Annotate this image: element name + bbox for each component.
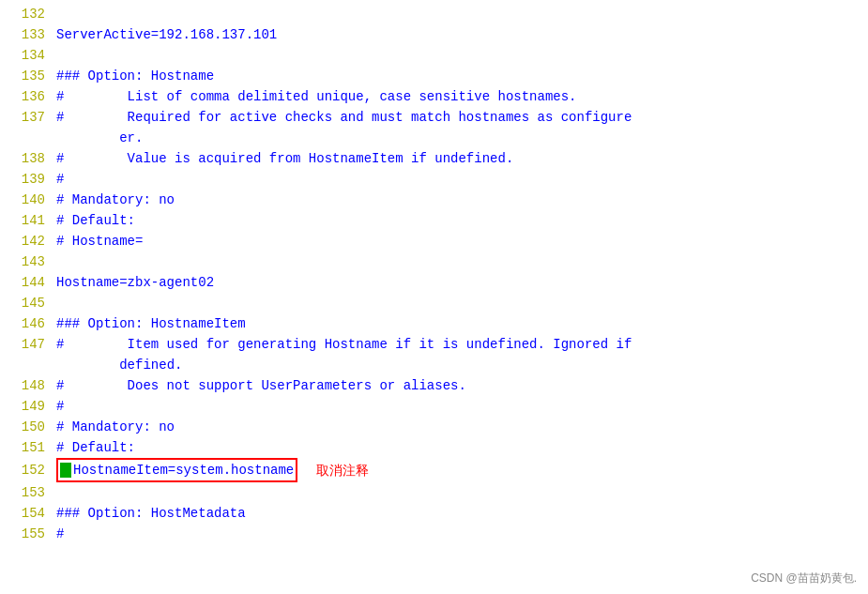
code-line-135: 135 ### Option: Hostname (0, 66, 868, 86)
line-content-137: # Required for active checks and must ma… (56, 107, 860, 148)
code-line-140: 140 # Mandatory: no (0, 190, 868, 210)
line-content-154: ### Option: HostMetadata (56, 503, 860, 524)
code-line-152: 152 HostnameItem=system.hostname 取消注释 (0, 458, 868, 482)
line-num-146: 146 (8, 313, 45, 334)
line-content-147: # Item used for generating Hostname if i… (56, 334, 860, 375)
code-line-144: 144 Hostname=zbx-agent02 (0, 272, 868, 293)
line-num-142: 142 (8, 231, 45, 251)
line-num-152: 152 (8, 460, 45, 480)
line-content-152: HostnameItem=system.hostname (73, 460, 294, 480)
line-content-146: ### Option: HostnameItem (56, 313, 860, 334)
code-line-154: 154 ### Option: HostMetadata (0, 503, 868, 524)
line-num-149: 149 (8, 396, 45, 417)
line-content-138: # Value is acquired from HostnameItem if… (56, 148, 860, 169)
line-content-148: # Does not support UserParameters or ali… (56, 375, 860, 396)
line-num-151: 151 (8, 437, 45, 458)
line-num-154: 154 (8, 503, 45, 524)
line-content-151: # Default: (56, 437, 860, 458)
code-line-132: 132 (0, 4, 868, 24)
line-num-147: 147 (8, 334, 45, 355)
code-line-136: 136 # List of comma delimited unique, ca… (0, 86, 868, 107)
code-line-133: 133 ServerActive=192.168.137.101 (0, 24, 868, 45)
line-num-132: 132 (8, 4, 45, 24)
code-line-141: 141 # Default: (0, 210, 868, 231)
code-line-137: 137 # Required for active checks and mus… (0, 107, 868, 148)
code-line-147: 147 # Item used for generating Hostname … (0, 334, 868, 375)
line-content-155: # (56, 524, 860, 544)
line-num-135: 135 (8, 66, 45, 86)
code-line-148: 148 # Does not support UserParameters or… (0, 375, 868, 396)
line-content-149: # (56, 396, 860, 417)
code-line-153: 153 (0, 482, 868, 503)
line-num-155: 155 (8, 524, 45, 544)
line-num-141: 141 (8, 210, 45, 231)
line-num-140: 140 (8, 190, 45, 210)
code-line-155: 155 # (0, 524, 868, 544)
code-line-142: 142 # Hostname= (0, 231, 868, 251)
line-num-138: 138 (8, 148, 45, 169)
line-content-142: # Hostname= (56, 231, 860, 251)
line-content-136: # List of comma delimited unique, case s… (56, 86, 860, 107)
cancel-comment-label: 取消注释 (316, 460, 369, 480)
code-container: 132 133 ServerActive=192.168.137.101 134… (0, 0, 868, 594)
line-num-139: 139 (8, 169, 45, 190)
line-content-140: # Mandatory: no (56, 190, 860, 210)
line-content-133: ServerActive=192.168.137.101 (56, 24, 860, 45)
line-num-133: 133 (8, 24, 45, 45)
code-line-138: 138 # Value is acquired from HostnameIte… (0, 148, 868, 169)
line-num-148: 148 (8, 375, 45, 396)
line-num-137: 137 (8, 107, 45, 128)
watermark: CSDN @苗苗奶黄包. (751, 571, 857, 586)
line-num-134: 134 (8, 45, 45, 66)
green-cursor (60, 463, 71, 478)
line-content-135: ### Option: Hostname (56, 66, 860, 86)
code-line-149: 149 # (0, 396, 868, 417)
line-num-145: 145 (8, 293, 45, 313)
line-num-150: 150 (8, 417, 45, 437)
line-num-153: 153 (8, 482, 45, 503)
code-line-150: 150 # Mandatory: no (0, 417, 868, 437)
code-line-134: 134 (0, 45, 868, 66)
line-num-144: 144 (8, 272, 45, 293)
code-line-146: 146 ### Option: HostnameItem (0, 313, 868, 334)
code-line-151: 151 # Default: (0, 437, 868, 458)
line-content-139: # (56, 169, 860, 190)
line-content-150: # Mandatory: no (56, 417, 860, 437)
code-line-145: 145 (0, 293, 868, 313)
code-line-139: 139 # (0, 169, 868, 190)
code-line-143: 143 (0, 251, 868, 272)
line-content-141: # Default: (56, 210, 860, 231)
line-num-143: 143 (8, 251, 45, 272)
highlight-box-152: HostnameItem=system.hostname (56, 458, 297, 482)
line-content-144: Hostname=zbx-agent02 (56, 272, 860, 293)
line-num-136: 136 (8, 86, 45, 107)
